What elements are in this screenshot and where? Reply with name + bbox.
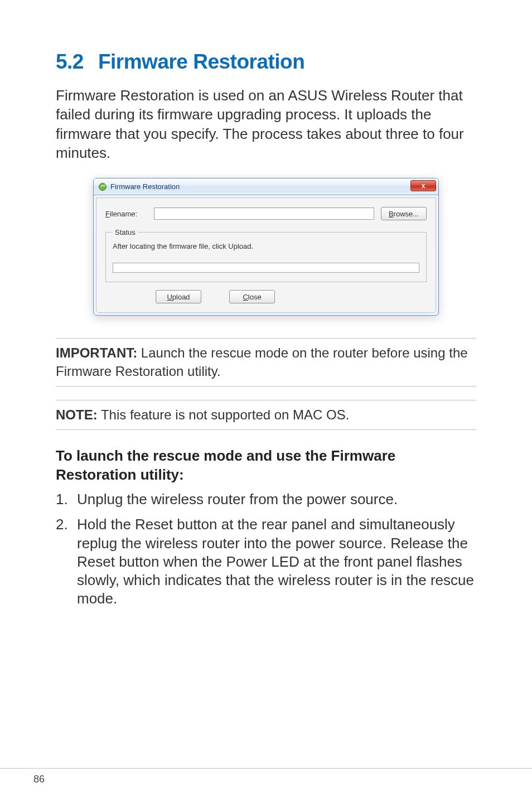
step-item: Unplug the wireless router from the powe… bbox=[56, 490, 476, 509]
status-text: After locating the firmware file, click … bbox=[113, 242, 419, 250]
svg-point-0 bbox=[99, 183, 107, 190]
filename-label: Filename: bbox=[105, 210, 147, 218]
note-callout: NOTE: This feature is not supported on M… bbox=[56, 400, 476, 430]
note-text: This feature is not supported on MAC OS. bbox=[98, 407, 350, 422]
steps-heading: To launch the rescue mode and use the Fi… bbox=[56, 447, 476, 485]
close-button[interactable]: Close bbox=[229, 290, 275, 303]
dialog-body: Filename: Browse... Status After locatin… bbox=[96, 197, 436, 313]
dialog-screenshot: Firmware Restoration x Filename: Browse.… bbox=[56, 178, 476, 316]
firmware-restoration-dialog: Firmware Restoration x Filename: Browse.… bbox=[93, 178, 439, 316]
intro-paragraph: Firmware Restoration is used on an ASUS … bbox=[56, 86, 476, 162]
filename-row: Filename: Browse... bbox=[105, 207, 427, 220]
section-title: Firmware Restoration bbox=[98, 50, 304, 73]
status-group: Status After locating the firmware file,… bbox=[105, 228, 427, 282]
app-icon bbox=[98, 182, 107, 191]
section-number: 5.2 bbox=[56, 50, 84, 74]
note-label: NOTE: bbox=[56, 407, 98, 422]
filename-input[interactable] bbox=[154, 207, 374, 220]
steps-list: Unplug the wireless router from the powe… bbox=[56, 490, 476, 608]
dialog-title: Firmware Restoration bbox=[110, 182, 180, 191]
footer-divider bbox=[0, 768, 532, 769]
dialog-button-row: Upload Close bbox=[105, 290, 427, 303]
close-icon: x bbox=[422, 182, 425, 190]
titlebar: Firmware Restoration x bbox=[94, 178, 438, 195]
section-heading: 5.2Firmware Restoration bbox=[56, 50, 476, 74]
step-item: Hold the Reset button at the rear panel … bbox=[56, 515, 476, 608]
progress-bar bbox=[113, 263, 419, 273]
upload-button[interactable]: Upload bbox=[156, 290, 201, 303]
important-label: IMPORTANT: bbox=[56, 345, 137, 360]
page-number: 86 bbox=[33, 774, 45, 785]
status-legend: Status bbox=[113, 228, 138, 236]
important-callout: IMPORTANT: Launch the rescue mode on the… bbox=[56, 338, 476, 386]
dialog-close-button[interactable]: x bbox=[410, 180, 436, 191]
browse-button[interactable]: Browse... bbox=[381, 207, 427, 220]
